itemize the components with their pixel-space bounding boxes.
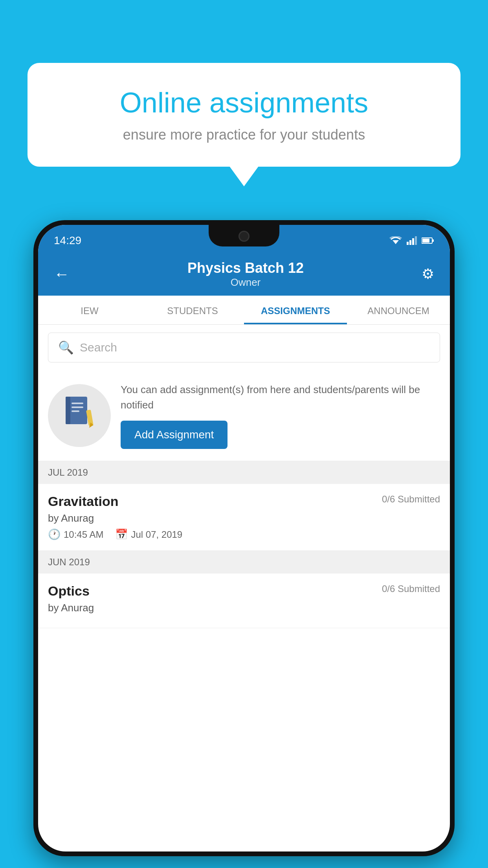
settings-button[interactable]: ⚙ — [418, 262, 438, 286]
promo-section: You can add assignment(s) from here and … — [38, 370, 450, 461]
phone-inner: 14:29 — [38, 225, 450, 851]
assignment-name-optics: Optics — [48, 583, 90, 599]
battery-icon — [422, 237, 434, 244]
speech-bubble-container: Online assignments ensure more practice … — [28, 63, 460, 167]
tab-announcements[interactable]: ANNOUNCEM — [347, 296, 450, 324]
svg-rect-2 — [409, 240, 411, 245]
assignment-optics[interactable]: Optics 0/6 Submitted by Anurag — [38, 574, 450, 628]
assignment-date-gravitation: 📅 Jul 07, 2019 — [115, 528, 182, 541]
signal-icon — [407, 236, 417, 245]
svg-rect-12 — [72, 410, 79, 412]
search-placeholder: Search — [80, 341, 117, 354]
phone-frame: 14:29 — [33, 220, 455, 856]
assignment-submitted-gravitation: 0/6 Submitted — [382, 494, 440, 505]
calendar-icon: 📅 — [115, 528, 128, 541]
speech-bubble-title: Online assignments — [59, 86, 429, 119]
tab-bar: IEW STUDENTS ASSIGNMENTS ANNOUNCEM — [38, 296, 450, 325]
search-container: 🔍 Search — [38, 325, 450, 370]
section-header-jul: JUL 2019 — [38, 461, 450, 484]
assignment-by-gravitation: by Anurag — [48, 512, 440, 524]
camera-icon — [238, 231, 250, 242]
assignment-submitted-optics: 0/6 Submitted — [382, 583, 440, 594]
assignment-row1: Gravitation 0/6 Submitted — [48, 494, 440, 509]
wifi-icon — [389, 236, 402, 245]
svg-rect-10 — [72, 403, 83, 404]
assignment-row1-optics: Optics 0/6 Submitted — [48, 583, 440, 599]
search-bar[interactable]: 🔍 Search — [48, 333, 440, 362]
tab-assignments[interactable]: ASSIGNMENTS — [244, 296, 347, 324]
header-subtitle: Owner — [73, 276, 418, 289]
notebook-pencil-icon — [62, 395, 97, 430]
phone-notch — [209, 225, 279, 246]
assignment-by-optics: by Anurag — [48, 602, 440, 614]
search-icon: 🔍 — [58, 340, 74, 355]
clock-icon: 🕐 — [48, 528, 61, 541]
svg-marker-0 — [393, 240, 399, 244]
speech-bubble: Online assignments ensure more practice … — [28, 63, 460, 167]
promo-icon-circle — [48, 384, 111, 447]
assignment-time-gravitation: 🕐 10:45 AM — [48, 528, 103, 541]
tab-iew[interactable]: IEW — [38, 296, 141, 324]
promo-content: You can add assignment(s) from here and … — [121, 382, 440, 449]
tab-students[interactable]: STUDENTS — [141, 296, 244, 324]
svg-rect-7 — [422, 239, 429, 243]
status-time: 14:29 — [54, 234, 81, 247]
speech-bubble-subtitle: ensure more practice for your students — [59, 127, 429, 143]
assignment-icon — [62, 395, 97, 436]
add-assignment-button[interactable]: Add Assignment — [121, 421, 227, 449]
svg-rect-9 — [66, 397, 70, 424]
status-icons — [389, 236, 434, 245]
header-title-area: Physics Batch 12 Owner — [73, 260, 418, 289]
svg-rect-4 — [415, 236, 417, 245]
section-header-jun: JUN 2019 — [38, 551, 450, 574]
header-title: Physics Batch 12 — [73, 260, 418, 276]
assignment-gravitation[interactable]: Gravitation 0/6 Submitted by Anurag 🕐 10… — [38, 484, 450, 551]
promo-text: You can add assignment(s) from here and … — [121, 382, 440, 413]
svg-rect-1 — [407, 242, 409, 245]
svg-rect-3 — [412, 238, 414, 245]
assignment-name-gravitation: Gravitation — [48, 494, 118, 509]
svg-rect-6 — [432, 239, 434, 242]
svg-rect-11 — [72, 406, 83, 408]
app-header: ← Physics Batch 12 Owner ⚙ — [38, 252, 450, 296]
assignment-meta-gravitation: 🕐 10:45 AM 📅 Jul 07, 2019 — [48, 528, 440, 541]
back-button[interactable]: ← — [50, 261, 73, 287]
